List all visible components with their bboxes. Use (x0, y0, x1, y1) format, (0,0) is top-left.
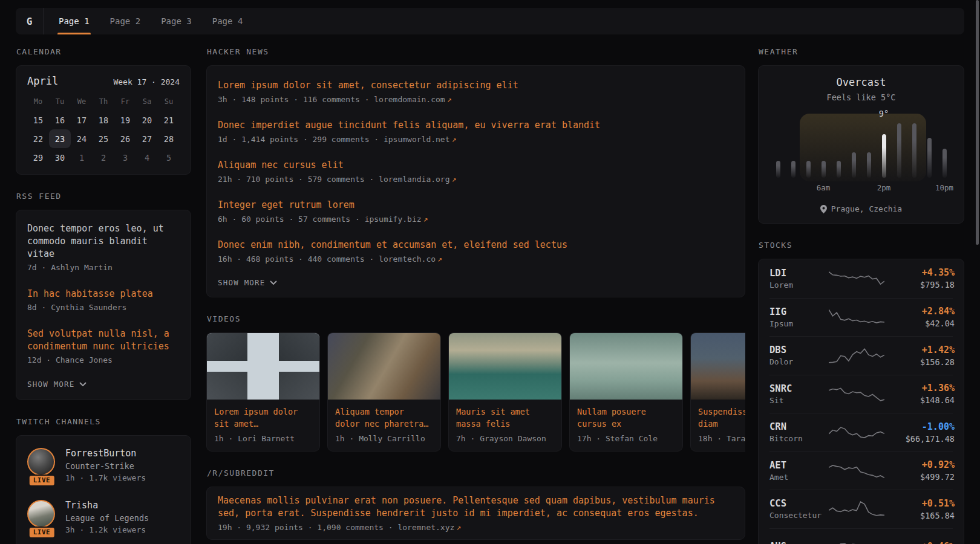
tab-page-3[interactable]: Page 3 (151, 8, 202, 34)
avatar: LIVE (27, 500, 56, 534)
video-thumbnail[interactable] (449, 333, 561, 400)
rss-item-meta: 12d · Chance Jones (27, 355, 180, 364)
weather-bar (897, 123, 901, 178)
external-link-icon: ↗ (452, 135, 457, 144)
video-thumbnail[interactable] (328, 333, 440, 400)
hn-domain-link[interactable]: ipsumify.biz (365, 215, 422, 224)
stock-symbol[interactable]: DBS (769, 345, 829, 355)
weather-feels-like: Feels like 5°C (769, 92, 953, 102)
subreddit-domain-link[interactable]: loremnet.xyz (397, 523, 454, 532)
stock-symbol[interactable]: CRN (769, 421, 829, 432)
twitch-channel-row[interactable]: LIVE Trisha League of Legends 3h · 1.2k … (27, 491, 180, 543)
stock-symbol[interactable]: CCS (769, 498, 829, 509)
subreddit-section-title: /R/SUBREDDIT (207, 468, 745, 478)
video-card[interactable]: Aliquam tempor dolor nec pharetra… 1h · … (327, 332, 441, 452)
weather-condition: Overcast (769, 76, 953, 88)
video-title[interactable]: Nullam posuere cursus ex (577, 406, 675, 430)
hn-item-title[interactable]: Donec enim nibh, condimentum et accumsan… (218, 239, 734, 251)
stock-symbol[interactable]: IIG (769, 306, 829, 317)
external-link-icon: ↗ (437, 254, 442, 264)
chevron-down-icon (79, 382, 87, 386)
video-card[interactable]: Suspendisse diam 18h · Tara (690, 332, 745, 452)
stock-change: +1.42% (884, 345, 955, 355)
hn-domain-link[interactable]: loremlandia.org (379, 175, 449, 184)
weather-section-title: WEATHER (759, 47, 964, 56)
stock-sparkline (829, 384, 884, 404)
rss-section-title: RSS FEED (16, 192, 191, 201)
stock-row[interactable]: LDILorem +4.35%$795.18 (769, 259, 953, 298)
calendar-week-year: Week 17 · 2024 (113, 77, 180, 86)
stock-row[interactable]: CCSConsectetur +0.51%$165.84 (769, 490, 953, 528)
stock-row[interactable]: CRNBitcorn -1.00%$66,171.48 (769, 413, 953, 452)
video-thumbnail[interactable] (207, 333, 319, 400)
twitch-channel-row[interactable]: LIVE ForrestBurton Counter-Strike 1h · 1… (27, 439, 180, 491)
calendar-weekday: Su (158, 92, 180, 111)
stock-sparkline (829, 345, 884, 366)
video-card[interactable]: Mauris sit amet massa felis 7h · Grayson… (448, 332, 562, 452)
hn-show-more-button[interactable]: SHOW MORE (218, 271, 734, 296)
weather-bar (806, 161, 811, 178)
video-title[interactable]: Mauris sit amet massa felis (456, 406, 554, 430)
video-meta: 1h · Lori Barnett (214, 434, 312, 443)
nav-tabs: Page 1 Page 2 Page 3 Page 4 (48, 8, 253, 34)
stock-row[interactable]: SNRCSit +1.36%$148.64 (769, 375, 953, 413)
calendar-day: 25 (93, 129, 114, 148)
calendar-day: 29 (27, 148, 49, 167)
rss-item-title[interactable]: In hac habitasse platea (27, 288, 180, 300)
video-title[interactable]: Suspendisse diam (698, 406, 745, 430)
video-thumbnail[interactable] (570, 333, 682, 400)
rss-item-title[interactable]: Sed volutpat nulla nisl, a condimentum n… (27, 328, 180, 353)
calendar-day: 21 (158, 111, 180, 129)
rss-item-meta: 7d · Ashlyn Martin (27, 263, 180, 272)
stock-sparkline (829, 268, 884, 289)
calendar-day: 19 (114, 111, 136, 129)
tab-page-4[interactable]: Page 4 (202, 8, 253, 34)
hn-item-meta: 6h · 60 points · 57 comments · ipsumify.… (218, 215, 734, 224)
calendar-day: 27 (136, 129, 158, 148)
rss-show-more-button[interactable]: SHOW MORE (27, 372, 180, 397)
subreddit-post-title[interactable]: Maecenas mollis pulvinar erat non posuer… (218, 494, 734, 520)
stock-symbol[interactable]: AET (769, 460, 829, 471)
video-meta: 7h · Grayson Dawson (456, 434, 554, 443)
rss-item-title[interactable]: Donec tempor eros leo, ut commodo mauris… (27, 222, 180, 261)
rss-item: Sed volutpat nulla nisl, a condimentum n… (27, 320, 180, 372)
calendar-day: 26 (114, 129, 136, 148)
stock-symbol[interactable]: SNRC (769, 383, 829, 394)
calendar-weekday: Tu (49, 92, 71, 111)
weather-time-label: 10pm (935, 183, 953, 192)
calendar-month: April (27, 75, 58, 87)
stock-row[interactable]: DBSDolor +1.42%$156.28 (769, 336, 953, 375)
scrollbar[interactable] (976, 0, 979, 245)
hn-item-title[interactable]: Integer eget rutrum lorem (218, 199, 734, 212)
external-link-icon: ↗ (456, 523, 461, 532)
hn-domain-link[interactable]: loremdomain.com (374, 95, 445, 104)
stock-row[interactable]: AETAmet +0.92%$499.72 (769, 452, 953, 490)
weather-time-label: 2pm (877, 183, 891, 192)
twitch-channel-name[interactable]: Trisha (65, 500, 149, 511)
hn-domain-link[interactable]: ipsumworld.net (384, 135, 450, 144)
twitch-channel-name[interactable]: ForrestBurton (65, 448, 146, 459)
calendar-day: 28 (158, 129, 180, 148)
videos-section-title: VIDEOS (207, 314, 745, 323)
tab-page-1[interactable]: Page 1 (48, 8, 100, 34)
video-card[interactable]: Nullam posuere cursus ex 17h · Stefan Co… (569, 332, 683, 452)
hn-item-title[interactable]: Lorem ipsum dolor sit amet, consectetur … (218, 79, 734, 92)
calendar-weekday: Mo (27, 92, 49, 111)
video-title[interactable]: Aliquam tempor dolor nec pharetra… (335, 406, 433, 430)
stock-row[interactable]: AHS +0.46% (769, 528, 953, 544)
video-card[interactable]: Lorem ipsum dolor sit amet consectetu… 1… (206, 332, 320, 452)
video-thumbnail[interactable] (691, 333, 745, 400)
avatar-image (27, 448, 55, 476)
weather-time-labels: 6am2pm10pm (776, 183, 947, 193)
stock-price: $795.18 (884, 280, 955, 290)
stock-symbol[interactable]: LDI (769, 268, 829, 279)
stock-row[interactable]: IIGIpsum +2.84%$42.04 (769, 298, 953, 337)
hn-domain-link[interactable]: loremtech.co (379, 254, 436, 264)
tab-page-2[interactable]: Page 2 (100, 8, 151, 34)
hn-item-title[interactable]: Aliquam nec cursus elit (218, 159, 734, 172)
stock-price: $499.72 (884, 472, 955, 482)
stock-name: Consectetur (769, 511, 829, 520)
hn-item-title[interactable]: Donec imperdiet augue tincidunt felis al… (218, 119, 734, 132)
stock-symbol[interactable]: AHS (769, 541, 829, 544)
video-title[interactable]: Lorem ipsum dolor sit amet consectetu… (214, 406, 312, 430)
